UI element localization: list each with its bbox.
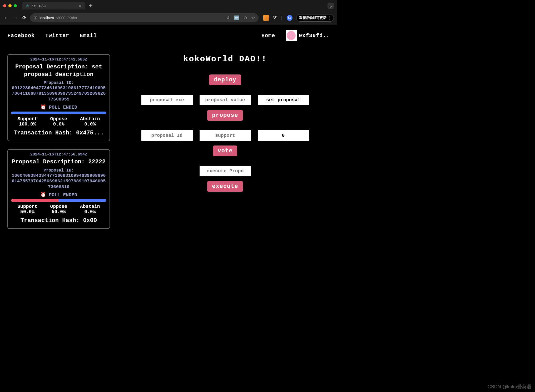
proposal-id: 6912230404773461696319861777241969570641… [11,85,106,102]
nav-email[interactable]: Email [80,33,97,39]
menu-icon: ⋮ [328,16,331,20]
support-value: 100.0% [17,122,37,127]
proposal-exe-input[interactable] [141,95,193,105]
divider: | [280,16,283,20]
vote-button[interactable]: vote [213,145,237,156]
tab-title: XYT DAO [31,4,46,8]
abstain-value: 0.0% [80,122,100,127]
tab-bar: ⚛ XYT DAO ✕ + ⌄ [0,0,337,12]
translate-icon[interactable]: 🔤 [234,15,239,20]
oppose-value: 0.0% [50,122,67,127]
proposal-description: Proposal Description: 22222 [11,158,106,166]
abstain-value: 0.0% [80,209,100,214]
vote-proposal-id-input[interactable] [141,130,193,141]
nav-facebook[interactable]: Facebook [7,33,35,39]
proposals-sidebar: 2024-11-16T12:47:41.586Z Proposal Descri… [7,54,110,229]
close-window-button[interactable] [3,4,6,7]
window-controls [3,4,17,7]
bookmark-icon[interactable]: ☆ [251,15,255,20]
proposal-card: 2024-11-16T12:47:56.694Z Proposal Descri… [7,149,110,229]
vote-stats: Support100.0% Oppose0.0% Abstain0.0% [11,116,106,127]
close-tab-icon[interactable]: ✕ [78,4,82,8]
proposal-timestamp: 2024-11-16T12:47:41.586Z [11,57,106,62]
propose-button[interactable]: propose [207,110,243,121]
url-host: localhost [39,16,54,20]
nav-twitter[interactable]: Twitter [45,33,69,39]
url-path: /Koko [67,16,77,20]
reload-button[interactable]: ⟳ [21,15,27,21]
abstain-label: Abstain [80,204,100,209]
execute-section: execute [121,166,330,192]
tabs-dropdown-button[interactable]: ⌄ [328,3,334,9]
vote-support-input[interactable] [200,130,251,141]
info-icon: ⓘ [34,16,37,20]
proposal-id: 1060408384334477166831099463990869001475… [11,173,106,190]
transaction-hash: Transaction Hash: 0x475... [11,129,106,137]
react-icon: ⚛ [26,4,29,8]
proposal-card: 2024-11-16T12:47:41.586Z Proposal Descri… [7,54,110,141]
support-label: Support [17,116,37,122]
poll-status: ⏰ POLL ENDED [11,192,106,198]
vote-amount-input[interactable] [258,130,309,141]
address-bar-row: ← → ⟳ ⓘ localhost:3000/Koko ⇩ 🔤 ⊖ ☆ ⧩ | … [0,12,337,25]
vote-bar [11,199,106,202]
proposal-description: Proposal Description: set proposal descr… [11,63,106,78]
maximize-window-button[interactable] [14,4,17,7]
main-panel: kokoWorld DAO!! deploy propose vote [121,54,330,229]
proposal-desc-input[interactable] [258,95,309,105]
vote-stats: Support50.0% Oppose50.0% Abstain0.0% [11,204,106,214]
vote-section: vote [121,130,330,156]
vote-bar-oppose [59,199,106,202]
profile-avatar[interactable]: ko [287,15,293,21]
update-button[interactable]: 重新启动即可更新 ⋮ [296,14,334,22]
kirby-avatar [286,30,297,41]
browser-chrome: ⚛ XYT DAO ✕ + ⌄ ← → ⟳ ⓘ localhost:3000/K… [0,0,337,25]
top-nav: Facebook Twitter Email Home 0xf39fd.. [7,30,330,41]
deploy-section: deploy [121,74,330,85]
oppose-label: Oppose [50,204,67,209]
page-title: kokoWorld DAO!! [121,54,330,64]
extensions-icon[interactable]: ⧩ [273,15,277,21]
forward-button[interactable]: → [12,15,18,21]
proposal-value-input[interactable] [200,95,251,105]
clock-icon: ⏰ [40,192,46,198]
transaction-hash: Transaction Hash: 0x00 [11,217,106,224]
nav-home[interactable]: Home [261,33,275,39]
deploy-button[interactable]: deploy [209,74,241,85]
proposal-id-label: Proposal ID: [11,81,106,85]
browser-tab[interactable]: ⚛ XYT DAO ✕ [22,2,85,9]
oppose-value: 50.0% [50,209,67,214]
execute-proposal-input[interactable] [200,166,251,176]
url-input[interactable]: ⓘ localhost:3000/Koko ⇩ 🔤 ⊖ ☆ [30,13,259,22]
extension-icons: ⧩ | ko 重新启动即可更新 ⋮ [263,14,334,22]
poll-status: ⏰ POLL ENDED [11,104,106,110]
zoom-icon[interactable]: ⊖ [244,15,247,20]
oppose-label: Oppose [50,116,67,122]
minimize-window-button[interactable] [8,4,12,7]
vote-bar-oppose [11,112,106,114]
url-port: :3000 [56,16,65,20]
clock-icon: ⏰ [40,105,46,110]
support-label: Support [17,204,37,209]
proposal-id-label: Proposal ID: [11,168,106,173]
execute-button[interactable]: execute [207,181,243,192]
vote-bar [11,112,106,114]
app-root: Facebook Twitter Email Home 0xf39fd.. 20… [0,25,337,234]
vote-bar-support [11,199,59,202]
new-tab-button[interactable]: + [89,3,92,8]
abstain-label: Abstain [80,116,100,122]
support-value: 50.0% [17,209,37,214]
wallet-display[interactable]: 0xf39fd.. [286,30,330,41]
install-icon[interactable]: ⇩ [226,15,230,20]
metamask-icon[interactable] [263,15,269,21]
wallet-address: 0xf39fd.. [299,33,330,39]
propose-section: propose [121,95,330,121]
back-button[interactable]: ← [3,15,9,21]
proposal-timestamp: 2024-11-16T12:47:56.694Z [11,152,106,157]
